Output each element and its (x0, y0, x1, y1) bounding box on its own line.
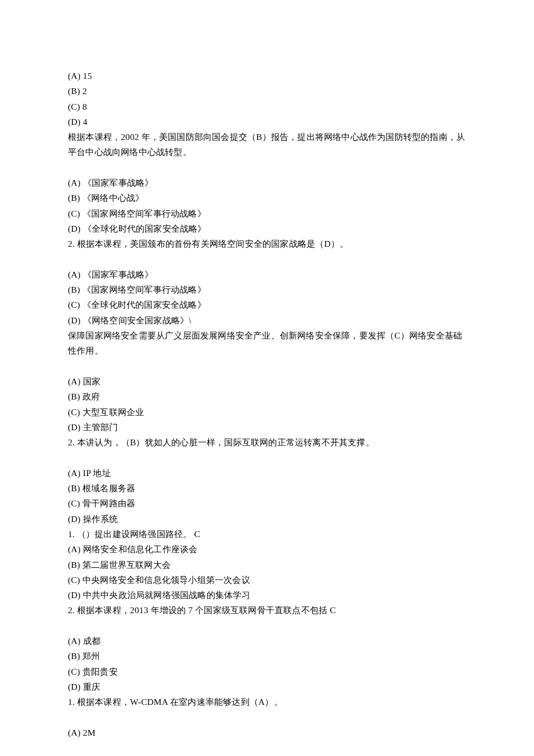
blank-line (68, 252, 467, 267)
text-line: (D) 操作系统 (68, 512, 467, 527)
text-line: (C) 8 (68, 99, 467, 114)
text-line: (A) 《国家军事战略》 (68, 175, 467, 190)
text-line: (A) 2M (68, 725, 467, 740)
text-line: 2. 根据本课程，美国颁布的首份有关网络空间安全的国家战略是（D）。 (68, 236, 467, 251)
text-line: (D) 4 (68, 114, 467, 129)
text-line: (A) 国家 (68, 374, 467, 389)
text-line: (C) 中央网络安全和信息化领导小组第一次会议 (68, 573, 467, 588)
blank-line (68, 359, 467, 374)
text-line: (C) 贵阳贵安 (68, 664, 467, 679)
text-line: 2. 根据本课程，2013 年增设的 7 个国家级互联网骨干直联点不包括 C (68, 603, 467, 618)
text-line: 2. 本讲认为，（B）犹如人的心脏一样，国际互联网的正常运转离不开其支撑。 (68, 435, 467, 450)
text-line: (D) 中共中央政治局就网络强国战略的集体学习 (68, 588, 467, 603)
text-line: (C) 《国家网络空间军事行动战略》 (68, 206, 467, 221)
text-line: (D) 《全球化时代的国家安全战略》 (68, 221, 467, 236)
text-line: (B) 2 (68, 84, 467, 99)
text-line: 1. （）提出建设网络强国路径。 C (68, 527, 467, 542)
text-line: 保障国家网络安全需要从广义层面发展网络安全产业、创新网络安全保障，要发挥（C）网… (68, 328, 467, 359)
text-line: (A) IP 地址 (68, 466, 467, 481)
text-line: (C) 骨干网路由器 (68, 496, 467, 511)
text-line: (A) 成都 (68, 633, 467, 649)
text-line: 根据本课程，2002 年，美国国防部向国会提交（B）报告，提出将网络中心战作为国… (68, 129, 467, 160)
text-line: 1. 根据本课程，W-CDMA 在室内速率能够达到（A）。 (68, 694, 467, 710)
text-line: (D) 《网络空间安全国家战略》\ (68, 313, 467, 328)
text-line: (D) 主管部门 (68, 420, 467, 435)
text-line: (A) 网络安全和信息化工作座谈会 (68, 542, 467, 557)
blank-line (68, 160, 467, 175)
text-line: (B) 根域名服务器 (68, 481, 467, 496)
text-line: (C) 大型互联网企业 (68, 405, 467, 420)
blank-line (68, 450, 467, 465)
text-line: (B) 《网络中心战》 (68, 190, 467, 206)
blank-line (68, 710, 467, 725)
text-line: (A) 15 (68, 69, 467, 84)
text-line: (D) 重庆 (68, 679, 467, 694)
text-line: (C) 《全球化时代的国家安全战略》 (68, 297, 467, 312)
blank-line (68, 618, 467, 633)
text-line: (B) 第二届世界互联网大会 (68, 557, 467, 573)
text-line: (B) 政府 (68, 389, 467, 404)
text-line: (A) 《国家军事战略》 (68, 267, 467, 282)
text-line: (B) 郑州 (68, 649, 467, 664)
text-line: (B) 《国家网络空间军事行动战略》 (68, 282, 467, 297)
